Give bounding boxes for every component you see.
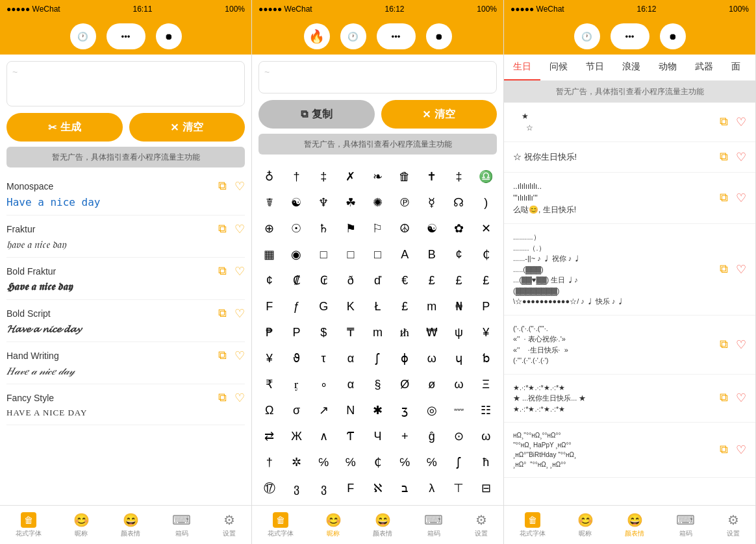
symbol-cell[interactable]: ☿ — [420, 191, 444, 214]
symbol-cell[interactable]: ✿ — [447, 217, 472, 240]
symbol-cell[interactable]: ვ — [284, 476, 309, 500]
heart-icon-2[interactable]: ♡ — [234, 264, 245, 278]
nav-settings-1[interactable]: ⚙ 设置 — [223, 512, 236, 538]
heart-phrase-0[interactable]: ♡ — [736, 115, 746, 129]
symbol-cell[interactable]: ω — [473, 425, 498, 448]
symbol-cell[interactable]: Ƭ — [338, 425, 363, 448]
symbol-cell[interactable]: P — [473, 295, 498, 318]
text-area-1[interactable]: ~ — [6, 61, 245, 106]
symbol-cell[interactable]: £ — [392, 295, 417, 318]
symbol-cell[interactable]: ⑰ — [257, 476, 282, 500]
copy-icon-5[interactable]: ⧉ — [218, 391, 227, 405]
symbol-cell[interactable]: † — [257, 451, 282, 474]
nav-keyboard-3[interactable]: ⌨ 箱码 — [676, 512, 695, 538]
copy-icon-4[interactable]: ⧉ — [218, 349, 227, 363]
copy-phrase-6[interactable]: ⧉ — [720, 443, 728, 457]
symbol-cell[interactable]: ⊤ — [447, 476, 472, 500]
symbol-cell[interactable]: ℗ — [392, 191, 417, 214]
heart-phrase-3[interactable]: ♡ — [736, 262, 746, 277]
symbol-cell[interactable]: ₦ — [447, 295, 472, 318]
symbol-cell[interactable]: ĝ — [420, 425, 444, 448]
nav-settings-3[interactable]: ⚙ 设置 — [727, 512, 740, 538]
symbol-cell[interactable]: ℅ — [311, 451, 336, 474]
symbol-cell[interactable]: ☊ — [447, 191, 472, 214]
symbol-cell[interactable]: ø — [420, 373, 444, 396]
symbol-cell[interactable]: Ж — [284, 425, 309, 448]
symbol-cell[interactable]: ✲ — [284, 451, 309, 474]
heart-icon-3[interactable]: ♡ — [234, 306, 245, 321]
symbol-cell[interactable]: α — [338, 347, 363, 370]
dots-button-1[interactable]: ••• — [107, 23, 145, 49]
symbol-cell[interactable]: ) — [473, 191, 498, 214]
dots-button-3[interactable]: ••• — [611, 23, 649, 49]
text-area-2[interactable]: ~ — [258, 61, 497, 93]
heart-icon-4[interactable]: ♡ — [234, 349, 245, 363]
symbol-cell[interactable]: ω — [447, 373, 472, 396]
symbol-cell[interactable]: ♁ — [257, 165, 282, 188]
symbol-cell[interactable]: Ω — [257, 399, 282, 422]
symbol-cell[interactable]: + — [392, 425, 417, 448]
symbol-cell[interactable]: ¢ — [257, 269, 282, 292]
nav-font-1[interactable]: 🗑 花式字体 — [16, 512, 42, 538]
heart-phrase-4[interactable]: ♡ — [736, 338, 746, 352]
clock-button-2[interactable]: 🕐 — [340, 23, 366, 49]
symbol-cell[interactable]: ♄ — [311, 217, 336, 240]
copy-button-2[interactable]: ⧉ 复制 — [258, 100, 375, 129]
symbol-cell[interactable]: ₱ — [257, 321, 282, 344]
symbol-cell[interactable]: □ — [366, 243, 390, 266]
symbol-cell[interactable]: $ — [311, 321, 336, 344]
symbol-cell[interactable]: ✗ — [338, 165, 363, 188]
record-button-1[interactable]: ⏺ — [156, 23, 182, 49]
symbol-cell[interactable]: ħ — [473, 451, 498, 474]
copy-icon-1[interactable]: ⧉ — [218, 222, 227, 236]
symbol-cell[interactable]: F — [338, 476, 363, 500]
nav-keyboard-2[interactable]: ⌨ 箱码 — [424, 512, 443, 538]
symbol-cell[interactable]: ✝ — [420, 165, 444, 188]
symbol-cell[interactable]: Ч — [366, 425, 390, 448]
nav-emoji-2[interactable]: 😄 颜表情 — [373, 512, 392, 538]
symbol-cell[interactable]: ↗ — [311, 399, 336, 422]
clock-button-1[interactable]: 🕐 — [70, 23, 96, 49]
symbol-cell[interactable]: Ł — [366, 295, 390, 318]
tab-festival[interactable]: 节日 — [577, 55, 613, 80]
symbol-cell[interactable]: ω — [420, 347, 444, 370]
symbol-cell[interactable]: ∘ — [311, 373, 336, 396]
clear-button-2[interactable]: ✕ 清空 — [381, 100, 498, 129]
symbol-cell[interactable]: ☷ — [473, 399, 498, 422]
symbol-cell[interactable]: ✱ — [366, 399, 390, 422]
symbol-cell[interactable]: ∧ — [311, 425, 336, 448]
record-button-2[interactable]: ⏺ — [426, 23, 452, 49]
symbol-cell[interactable]: K — [338, 295, 363, 318]
symbol-cell[interactable]: ₡ — [284, 269, 309, 292]
nav-nickname-3[interactable]: 😊 昵称 — [577, 512, 594, 538]
symbol-cell[interactable]: ‡ — [447, 165, 472, 188]
symbol-cell[interactable]: m — [420, 295, 444, 318]
symbol-cell[interactable]: ℅ — [338, 451, 363, 474]
nav-emoji-3[interactable]: 😄 颜表情 — [625, 512, 644, 538]
symbol-cell[interactable]: ₹ — [257, 373, 282, 396]
symbol-cell[interactable]: ვ — [311, 476, 336, 500]
fire-button-2[interactable]: 🔥 — [304, 23, 330, 49]
symbol-cell[interactable]: ❧ — [366, 165, 390, 188]
symbol-cell[interactable]: m — [366, 321, 390, 344]
copy-icon-2[interactable]: ⧉ — [218, 264, 227, 278]
symbol-cell[interactable]: Ø — [392, 373, 417, 396]
tab-noodle[interactable]: 面 — [722, 55, 750, 80]
dots-button-2[interactable]: ••• — [377, 23, 416, 49]
nav-nickname-2[interactable]: 😊 昵称 — [325, 512, 342, 538]
symbol-cell[interactable]: § — [366, 373, 390, 396]
symbol-cell[interactable]: ʷʷʷ — [447, 399, 472, 422]
symbol-cell[interactable]: ◉ — [284, 243, 309, 266]
symbol-cell[interactable]: ⊙ — [447, 425, 472, 448]
tab-birthday[interactable]: 生日 — [504, 55, 540, 80]
nav-font-2[interactable]: 🗑 花式字体 — [268, 512, 294, 538]
symbol-cell[interactable]: □ — [338, 243, 363, 266]
heart-icon-0[interactable]: ♡ — [234, 179, 245, 193]
symbol-cell[interactable]: ⚐ — [366, 217, 390, 240]
clear-button-1[interactable]: ✕ 清空 — [129, 113, 246, 142]
symbol-cell[interactable]: ₩ — [420, 321, 444, 344]
nav-keyboard-1[interactable]: ⌨ 箱码 — [172, 512, 191, 538]
generate-button[interactable]: ✂ 生成 — [6, 113, 123, 142]
tab-greeting[interactable]: 问候 — [540, 55, 577, 80]
symbol-cell[interactable]: ₸ — [338, 321, 363, 344]
